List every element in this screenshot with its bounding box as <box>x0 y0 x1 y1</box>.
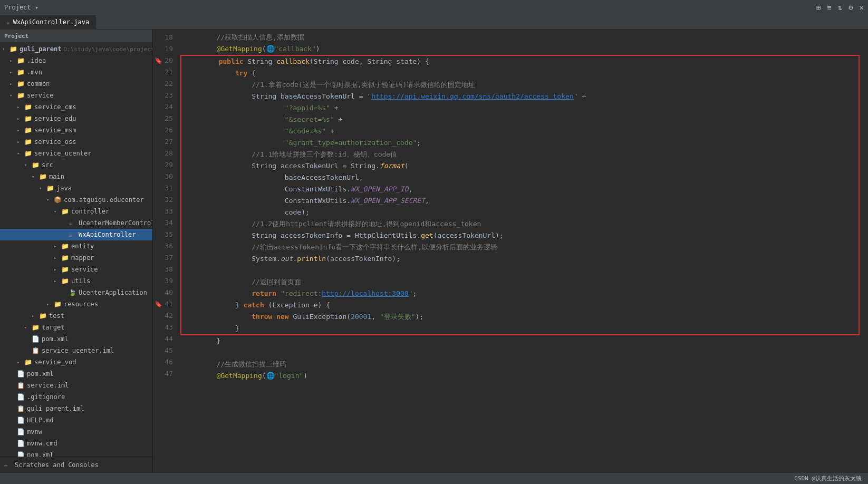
status-text: CSDN @认真生活的灰太狼 <box>794 475 862 482</box>
tree-item-service-cms[interactable]: ▸ 📁 service_cms <box>0 101 152 113</box>
expand-arrow-icon: ▸ <box>32 313 39 318</box>
tree-item-package[interactable]: ▾ 📦 com.atguigu.educenter <box>0 194 152 206</box>
tree-item-service-ucenter[interactable]: ▾ 📁 service_ucenter <box>0 148 152 159</box>
line-num-37: 37 <box>153 252 175 264</box>
code-line-21: try { <box>180 67 860 79</box>
iml-file-icon: 📋 <box>17 382 25 389</box>
tree-label: service_ucenter.iml <box>42 347 114 354</box>
tree-item-service-oss[interactable]: ▸ 📁 service_oss <box>0 136 152 148</box>
line-num-31: 31 <box>153 182 175 194</box>
tree-label: src <box>42 161 53 169</box>
folder-icon: 📁 <box>24 150 33 157</box>
line-num-25: 25 <box>153 113 175 124</box>
code-line-23: String baseAccessTokenUrl = "https://api… <box>180 91 860 102</box>
tree-item-test[interactable]: ▸ 📁 test <box>0 310 152 322</box>
tree-item-idea[interactable]: ▸ 📁 .idea <box>0 55 152 66</box>
xml-file-icon: 📄 <box>17 451 25 457</box>
tree-item-gitignore[interactable]: 📄 .gitignore <box>0 391 152 403</box>
scratches-and-consoles[interactable]: ✏ Scratches and Consoles <box>0 457 152 472</box>
tree-item-service-iml[interactable]: 📋 service.iml <box>0 380 152 391</box>
project-label[interactable]: Project <box>4 4 31 11</box>
expand-arrow-icon: ▸ <box>17 104 24 110</box>
status-bar: CSDN @认真生活的灰太狼 <box>0 472 868 484</box>
expand-arrow-icon: ▾ <box>24 162 32 168</box>
close-icon[interactable]: ✕ <box>860 3 864 12</box>
expand-arrow-icon: ▸ <box>54 255 61 260</box>
expand-arrow-icon: ▾ <box>32 174 39 179</box>
sort-icon[interactable]: ≡ <box>827 3 831 12</box>
tree-label: .idea <box>27 57 46 64</box>
tree-item-wxapi-ctrl[interactable]: ☕ WxApiController <box>0 229 152 240</box>
project-dropdown-icon[interactable]: ▾ <box>35 5 38 11</box>
tree-label: UcenterApplication <box>79 289 147 296</box>
tree-item-service-sub[interactable]: ▸ 📁 service <box>0 264 152 275</box>
tree-item-service-msm[interactable]: ▸ 📁 service_msm <box>0 124 152 136</box>
tree-item-guli-parent-iml[interactable]: 📋 guli_parent.iml <box>0 403 152 414</box>
layout-icon[interactable]: ⊞ <box>816 3 821 12</box>
main-area: Project ▾ 📁 guli_parent D:\study\java\co… <box>0 30 868 472</box>
tree-item-controller[interactable]: ▾ 📁 controller <box>0 206 152 217</box>
title-bar: Project ▾ ⊞ ≡ ⇅ ⚙ ✕ <box>0 0 868 15</box>
tab-wxapicontroller[interactable]: ☕ WxApiController.java <box>0 15 96 29</box>
tree-item-service-ucenter-iml[interactable]: 📋 service_ucenter.iml <box>0 345 152 356</box>
tree-item-pom-service[interactable]: 📄 pom.xml <box>0 368 152 380</box>
tree-item-entity[interactable]: ▸ 📁 entity <box>0 240 152 252</box>
tree-item-help-md[interactable]: 📄 HELP.md <box>0 414 152 426</box>
expand-arrow-icon: ▸ <box>54 267 61 272</box>
code-container: 18 19 🔖 20 21 22 23 24 25 26 27 28 29 30… <box>153 30 868 472</box>
expand-arrow-icon: ▸ <box>17 116 24 121</box>
tree-item-main[interactable]: ▾ 📁 main <box>0 171 152 182</box>
code-line-26: "&code=%s" + <box>180 125 860 137</box>
line-num-24: 24 <box>153 101 175 113</box>
settings-icon[interactable]: ⚙ <box>848 3 853 12</box>
tree-item-guli-parent[interactable]: ▾ 📁 guli_parent D:\study\java\code\proje… <box>0 43 152 55</box>
expand-arrow-icon: ▸ <box>9 58 17 63</box>
expand-arrow-icon: ▾ <box>17 151 24 156</box>
tree-item-ucenter-app[interactable]: 🍃 UcenterApplication <box>0 287 152 298</box>
code-line-37: System.out.println(accessTokenInfo); <box>180 253 860 265</box>
line-num-38: 38 <box>153 264 175 275</box>
tree-item-src[interactable]: ▾ 📁 src <box>0 159 152 171</box>
txt-file-icon: 📄 <box>17 393 25 401</box>
code-line-36: //输出accessTokenInfo看一下这个字符串长什么样,以便分析后面的业… <box>180 241 860 253</box>
tree-item-service-vod[interactable]: ▸ 📁 service_vod <box>0 356 152 368</box>
tree-item-service-edu[interactable]: ▸ 📁 service_edu <box>0 113 152 124</box>
expand-arrow-icon: ▾ <box>39 186 46 191</box>
xml-file-icon: 📄 <box>32 335 40 343</box>
tree-label: service_msm <box>34 127 76 134</box>
tree-item-pom-ucenter[interactable]: 📄 pom.xml <box>0 333 152 345</box>
tree-label: mvnw.cmd <box>27 440 57 447</box>
sidebar-content[interactable]: ▾ 📁 guli_parent D:\study\java\code\proje… <box>0 42 152 457</box>
tree-item-pom-root[interactable]: 📄 pom.xml <box>0 449 152 457</box>
line-num-45: 45 <box>153 345 175 356</box>
tree-item-mvnw[interactable]: 📄 mvnw <box>0 426 152 438</box>
code-line-35: String accessTokenInfo = HttpClientUtils… <box>180 230 860 241</box>
tree-item-mvn[interactable]: ▸ 📁 .mvn <box>0 66 152 78</box>
editor-area: 18 19 🔖 20 21 22 23 24 25 26 27 28 29 30… <box>153 30 868 472</box>
tree-item-java[interactable]: ▾ 📁 java <box>0 182 152 194</box>
folder-icon: 📁 <box>32 324 40 331</box>
tree-item-target[interactable]: ▸ 📁 target <box>0 322 152 333</box>
folder-icon: 📁 <box>17 92 25 99</box>
code-line-43: } <box>180 323 860 334</box>
expand-arrow-icon: ▸ <box>24 325 32 330</box>
folder-icon: 📁 <box>17 69 25 76</box>
tree-item-ucenter-member-ctrl[interactable]: ☕ UcenterMemberController <box>0 217 152 229</box>
tree-item-resources[interactable]: ▸ 📁 resources <box>0 298 152 310</box>
tree-item-common[interactable]: ▸ 📁 common <box>0 78 152 90</box>
folder-icon: 📁 <box>24 359 33 366</box>
line-num-23: 23 <box>153 90 175 101</box>
folder-icon: 📁 <box>46 185 55 192</box>
right-scrollbar[interactable] <box>861 30 868 472</box>
tree-item-mapper[interactable]: ▸ 📁 mapper <box>0 252 152 264</box>
tree-item-service[interactable]: ▾ 📁 service <box>0 90 152 101</box>
code-content[interactable]: //获取扫描人信息,添加数据 @GetMapping(🌐"callback") … <box>179 30 861 472</box>
expand-icon[interactable]: ⇅ <box>838 3 842 12</box>
tree-path: D:\study\java\code\project\guli_parent <box>63 46 152 53</box>
tree-item-mvnw-cmd[interactable]: 📄 mvnw.cmd <box>0 438 152 449</box>
tree-item-utils[interactable]: ▸ 📁 utils <box>0 275 152 287</box>
expand-arrow-icon: ▾ <box>46 197 54 202</box>
line-num-47: 47 <box>153 368 175 380</box>
iml-file-icon: 📋 <box>17 405 25 412</box>
expand-arrow-icon: ▸ <box>9 70 17 75</box>
